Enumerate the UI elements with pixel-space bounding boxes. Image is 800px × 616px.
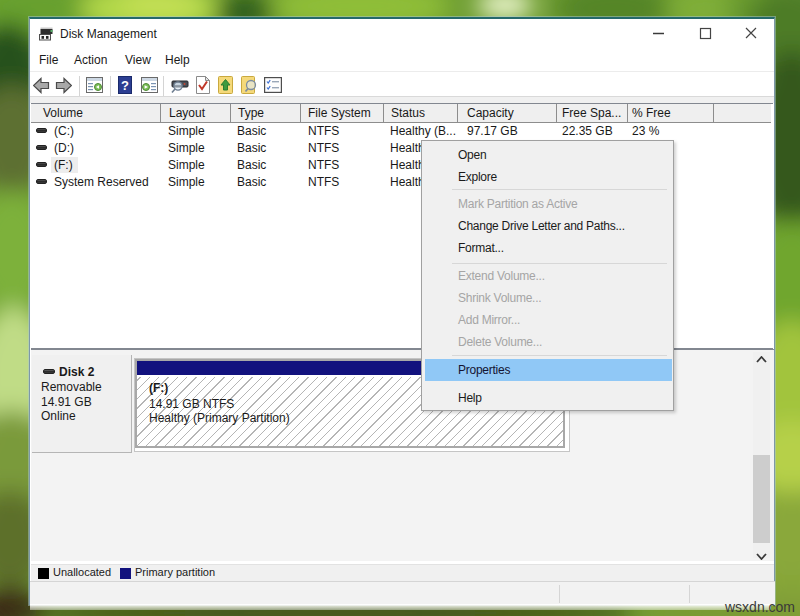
svg-text:?: ? (121, 78, 129, 93)
